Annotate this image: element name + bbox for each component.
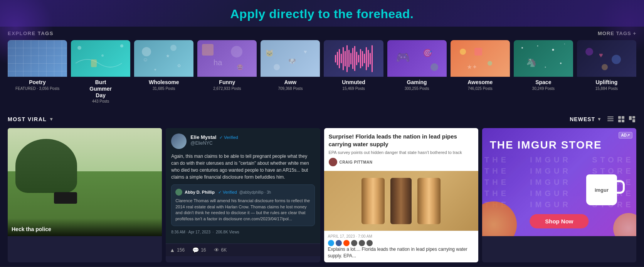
twitter-share-icon[interactable] <box>328 240 334 246</box>
waveform-bar <box>370 53 371 64</box>
tag-unmuted-name: Unmuted <box>327 79 380 86</box>
tag-burt-svg <box>71 40 130 77</box>
svg-point-31 <box>545 67 546 68</box>
sort-bar: MOST VIRAL ▼ NEWEST ▼ <box>8 115 636 123</box>
tag-gaming-name: Gaming <box>390 79 444 86</box>
tag-uplifting-bg: ♥ <box>577 40 636 77</box>
share-icon-5[interactable] <box>359 240 365 246</box>
views-icon: 👁 <box>214 247 219 253</box>
tag-funny-name: Funny <box>200 79 254 86</box>
waveform-bar <box>356 52 357 65</box>
tag-card-awesome[interactable]: ★✦ Awesome 746,025 Posts <box>451 40 510 105</box>
tag-gaming-label: Gaming 300,255 Posts <box>387 77 447 92</box>
tag-card-burt[interactable]: BurtGummerDay 443 Posts <box>71 40 130 105</box>
svg-point-5 <box>170 45 177 51</box>
post1-caption: Heck tha police <box>8 218 162 236</box>
quoted-tweet-text: Clarence Thomas will amend his financial… <box>175 198 310 222</box>
svg-rect-38 <box>607 118 614 119</box>
unmuted-waveform <box>324 40 383 77</box>
tag-aww-deco: 🐱 🐶 ♥ <box>261 40 320 77</box>
tweet-author-info: Elie Mystal ✓ Verified @ElieNYC <box>190 134 238 146</box>
post1-image: Heck tha police <box>8 128 162 236</box>
waveform-bar <box>345 51 346 66</box>
post2-tweet-content: Elie Mystal ✓ Verified @ElieNYC Again, t… <box>166 128 320 243</box>
shop-now-button[interactable]: Shop Now <box>530 214 589 228</box>
post3-social-icons <box>328 240 474 246</box>
waveform-bar <box>358 55 359 63</box>
explore-tags-section: EXPLORE TAGS MORE TAGS + Poetry FEATURED… <box>0 27 644 111</box>
post1-trees <box>15 139 77 193</box>
views-count: 6K <box>221 247 227 253</box>
tag-unmuted-meta: 15,469 Posts <box>327 86 380 91</box>
share-icon-6[interactable] <box>367 240 373 246</box>
more-share-icon[interactable] <box>351 240 357 246</box>
tag-card-uplifting[interactable]: ♥ Uplifting 15,884 Posts <box>577 40 636 105</box>
post-card-1[interactable]: Heck tha police <box>8 128 162 262</box>
pipe-new <box>362 178 385 224</box>
tag-space-bg: 🦄 <box>514 40 573 77</box>
sort-right: NEWEST ▼ <box>570 115 636 123</box>
tag-wholesome-meta: 31,685 Posts <box>137 86 190 91</box>
imgur-store-name: THE IMGUR STORE <box>490 140 629 150</box>
masonry-view-icon[interactable] <box>628 115 636 123</box>
svg-rect-45 <box>632 116 635 118</box>
tag-card-funny[interactable]: ha 😂 Funny 2,672,933 Posts <box>197 40 257 105</box>
mug-logo: imgur <box>595 187 609 193</box>
tag-aww-meta: 709,368 Posts <box>264 86 317 91</box>
most-viral-dropdown-icon[interactable]: ▼ <box>49 117 54 122</box>
waveform-bar <box>368 50 369 67</box>
newest-label: NEWEST <box>570 116 595 122</box>
post-card-2[interactable]: Elie Mystal ✓ Verified @ElieNYC Again, t… <box>166 128 320 262</box>
tag-gaming-deco: 🎮 🎯 <box>387 40 447 77</box>
tag-card-aww[interactable]: 🐱 🐶 ♥ Aww 709,368 Posts <box>261 40 320 105</box>
svg-point-2 <box>120 44 123 47</box>
tag-space-svg: 🦄 <box>514 40 573 77</box>
svg-rect-46 <box>632 119 635 122</box>
tag-card-poetry[interactable]: Poetry FEATURED · 3,056 Posts <box>8 40 67 105</box>
quoted-author-name: Abby D. Phillip <box>185 190 215 194</box>
tag-wholesome-name: Wholesome <box>137 79 190 86</box>
svg-point-4 <box>142 47 151 56</box>
grid-icon-svg <box>618 116 625 123</box>
post-card-3[interactable]: Surprise! Florida leads the nation in le… <box>324 128 478 262</box>
views-stat: 👁 6K <box>214 247 227 253</box>
post-card-4-ad[interactable]: AD↗ THE IMGUR STORE THE IMGUR STORE THE … <box>482 128 636 262</box>
tweet-header: Elie Mystal ✓ Verified @ElieNYC <box>171 134 314 149</box>
newest-sort-button[interactable]: NEWEST ▼ <box>570 116 602 122</box>
svg-point-33 <box>585 48 593 56</box>
svg-text:★: ★ <box>166 53 170 59</box>
tag-aww-label: Aww 709,368 Posts <box>261 77 320 92</box>
waveform-bar <box>366 47 367 70</box>
svg-point-30 <box>560 63 562 64</box>
svg-point-36 <box>602 64 608 70</box>
tag-funny-bg: ha 😂 <box>197 40 257 77</box>
tag-burt-label: BurtGummerDay 443 Posts <box>71 77 130 105</box>
tag-funny-label: Funny 2,672,933 Posts <box>197 77 257 92</box>
svg-rect-41 <box>622 116 624 119</box>
tag-card-unmuted[interactable]: Unmuted 15,469 Posts <box>324 40 383 105</box>
post3-author-name: CRAIG PITTMAN <box>340 160 373 164</box>
tag-space-deco: 🦄 <box>514 40 573 77</box>
tag-card-gaming[interactable]: 🎮 🎯 Gaming 300,255 Posts <box>387 40 447 105</box>
tag-card-space[interactable]: 🦄 Space 30,249 Posts <box>514 40 573 105</box>
facebook-share-icon[interactable] <box>336 240 342 246</box>
tag-burt-bg <box>71 40 130 77</box>
svg-point-20 <box>430 63 438 71</box>
quoted-verified-badge: ✓ Verified <box>218 190 237 195</box>
post3-caption-text: Explains a lot.... Florida leads the nat… <box>328 246 474 259</box>
grid-view-icon[interactable] <box>617 115 626 123</box>
svg-rect-10 <box>202 44 214 56</box>
waveform-bar <box>354 46 355 71</box>
tag-poetry-name: Poetry <box>11 79 64 86</box>
upvote-icon: ▲ <box>170 247 175 253</box>
list-view-icon[interactable] <box>606 115 615 123</box>
tag-uplifting-meta: 15,884 Posts <box>580 86 633 91</box>
tag-funny-meta: 2,672,933 Posts <box>200 86 254 91</box>
tag-aww-svg: 🐱 🐶 ♥ <box>261 40 320 77</box>
reddit-share-icon[interactable] <box>343 240 350 246</box>
tag-space-name: Space <box>517 79 570 86</box>
tag-card-wholesome[interactable]: ☺ ★ ♥ ✿ Wholesome 31,685 Posts <box>134 40 193 105</box>
svg-rect-43 <box>622 120 624 122</box>
quoted-tweet: Abby D. Phillip ✓ Verified @abbydphillip… <box>171 184 314 226</box>
tag-aww-name: Aww <box>264 79 317 86</box>
